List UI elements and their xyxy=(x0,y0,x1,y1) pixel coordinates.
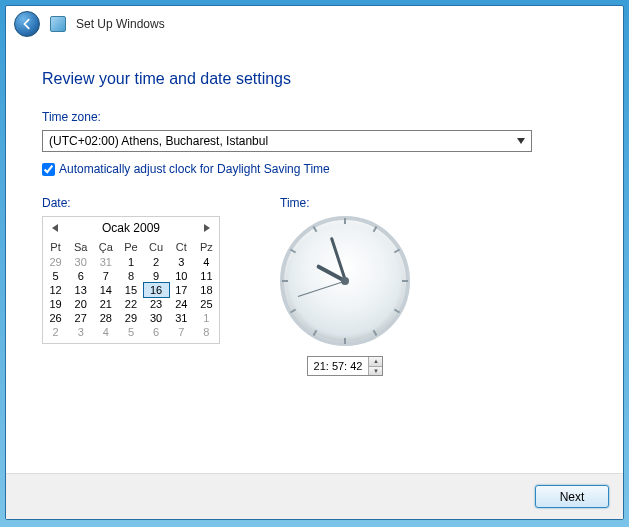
clock-tick xyxy=(402,280,408,282)
calendar-day[interactable]: 1 xyxy=(194,311,219,325)
date-label: Date: xyxy=(42,196,220,210)
calendar-day[interactable]: 12 xyxy=(43,283,68,297)
calendar-day[interactable]: 8 xyxy=(194,325,219,339)
calendar-day[interactable]: 5 xyxy=(118,325,143,339)
calendar-day-header: Cu xyxy=(144,239,169,255)
setup-window: Set Up Windows Review your time and date… xyxy=(5,5,624,520)
chevron-down-icon xyxy=(513,133,529,149)
clock-tick xyxy=(344,338,346,344)
calendar-day[interactable]: 22 xyxy=(118,297,143,311)
calendar-day[interactable]: 29 xyxy=(43,255,68,269)
calendar-day[interactable]: 31 xyxy=(169,311,194,325)
calendar-day[interactable]: 21 xyxy=(93,297,118,311)
timezone-label: Time zone: xyxy=(42,110,587,124)
clock-tick xyxy=(282,280,288,282)
app-icon xyxy=(50,16,66,32)
calendar-day[interactable]: 6 xyxy=(144,325,169,339)
calendar: Ocak 2009 PtSaÇaPeCuCtPz2930311234567891… xyxy=(42,216,220,344)
page-title: Review your time and date settings xyxy=(42,70,587,88)
header-title: Set Up Windows xyxy=(76,17,165,31)
time-value[interactable]: 21: 57: 42 xyxy=(308,357,369,375)
calendar-day[interactable]: 8 xyxy=(118,269,143,283)
calendar-day[interactable]: 28 xyxy=(93,311,118,325)
footer-bar: Next xyxy=(6,473,623,519)
back-button[interactable] xyxy=(14,11,40,37)
calendar-day[interactable]: 10 xyxy=(169,269,194,283)
time-label: Time: xyxy=(280,196,410,210)
calendar-day[interactable]: 16 xyxy=(143,282,170,298)
header-bar: Set Up Windows xyxy=(6,6,623,42)
calendar-day-header: Sa xyxy=(68,239,93,255)
calendar-day[interactable]: 3 xyxy=(68,325,93,339)
calendar-day[interactable]: 11 xyxy=(194,269,219,283)
calendar-day[interactable]: 7 xyxy=(93,269,118,283)
calendar-day[interactable]: 30 xyxy=(68,255,93,269)
content-panel: Review your time and date settings Time … xyxy=(6,42,623,473)
calendar-next-button[interactable] xyxy=(201,222,213,234)
calendar-day-header: Ça xyxy=(93,239,118,255)
calendar-day[interactable]: 2 xyxy=(144,255,169,269)
calendar-day[interactable]: 29 xyxy=(118,311,143,325)
date-column: Date: Ocak 2009 PtSaÇaPeCuCtPz2930311234… xyxy=(42,196,220,376)
calendar-day[interactable]: 31 xyxy=(93,255,118,269)
calendar-day[interactable]: 30 xyxy=(144,311,169,325)
calendar-day[interactable]: 2 xyxy=(43,325,68,339)
time-down-button[interactable]: ▼ xyxy=(369,366,382,376)
dst-label: Automatically adjust clock for Daylight … xyxy=(59,162,330,176)
calendar-day[interactable]: 17 xyxy=(169,283,194,297)
next-button[interactable]: Next xyxy=(535,485,609,508)
time-up-button[interactable]: ▲ xyxy=(369,357,382,366)
calendar-grid: PtSaÇaPeCuCtPz29303112345678910111213141… xyxy=(43,239,219,339)
calendar-day[interactable]: 7 xyxy=(169,325,194,339)
calendar-day[interactable]: 25 xyxy=(194,297,219,311)
calendar-day-header: Ct xyxy=(169,239,194,255)
dst-row: Automatically adjust clock for Daylight … xyxy=(42,162,587,176)
timezone-value: (UTC+02:00) Athens, Bucharest, Istanbul xyxy=(49,134,268,148)
calendar-day[interactable]: 20 xyxy=(68,297,93,311)
calendar-day[interactable]: 5 xyxy=(43,269,68,283)
time-column: Time: 21: 57: 42 ▲ ▼ xyxy=(280,196,410,376)
calendar-day[interactable]: 23 xyxy=(144,297,169,311)
calendar-day[interactable]: 4 xyxy=(93,325,118,339)
clock-tick xyxy=(344,218,346,224)
time-spinner[interactable]: 21: 57: 42 ▲ ▼ xyxy=(307,356,384,376)
calendar-prev-button[interactable] xyxy=(49,222,61,234)
calendar-day[interactable]: 9 xyxy=(144,269,169,283)
calendar-day[interactable]: 1 xyxy=(118,255,143,269)
timezone-dropdown[interactable]: (UTC+02:00) Athens, Bucharest, Istanbul xyxy=(42,130,532,152)
calendar-day[interactable]: 19 xyxy=(43,297,68,311)
calendar-month-title: Ocak 2009 xyxy=(102,221,160,235)
calendar-day-header: Pz xyxy=(194,239,219,255)
calendar-day[interactable]: 4 xyxy=(194,255,219,269)
clock-center xyxy=(341,277,349,285)
back-arrow-icon xyxy=(20,17,34,31)
calendar-day-header: Pt xyxy=(43,239,68,255)
calendar-day[interactable]: 27 xyxy=(68,311,93,325)
dst-checkbox[interactable] xyxy=(42,163,55,176)
calendar-day[interactable]: 24 xyxy=(169,297,194,311)
calendar-day[interactable]: 26 xyxy=(43,311,68,325)
calendar-day[interactable]: 3 xyxy=(169,255,194,269)
calendar-day[interactable]: 6 xyxy=(68,269,93,283)
calendar-day[interactable]: 14 xyxy=(93,283,118,297)
calendar-day[interactable]: 15 xyxy=(118,283,143,297)
calendar-day[interactable]: 13 xyxy=(68,283,93,297)
calendar-day-header: Pe xyxy=(118,239,143,255)
analog-clock xyxy=(280,216,410,346)
calendar-day[interactable]: 18 xyxy=(194,283,219,297)
